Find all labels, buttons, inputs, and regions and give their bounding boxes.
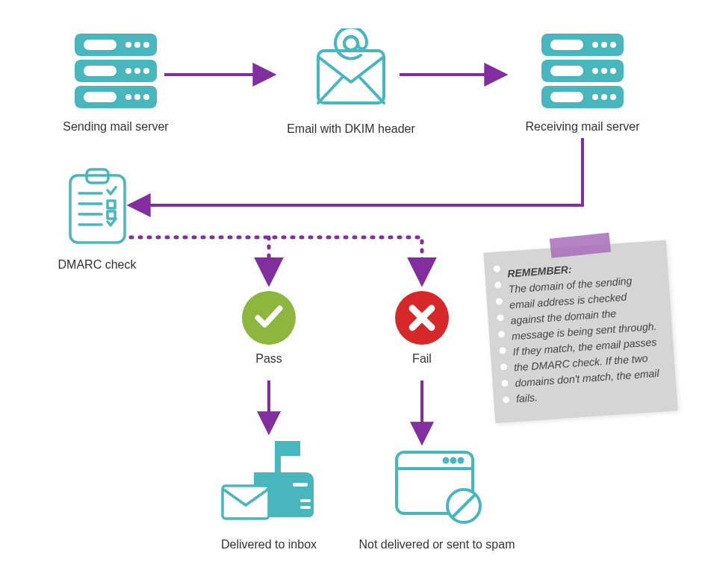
browser-blocked-icon: [392, 448, 482, 526]
receiving-server-label: Receiving mail server: [508, 120, 657, 134]
svg-point-44: [452, 459, 456, 463]
svg-rect-22: [550, 92, 583, 102]
svg-point-8: [143, 42, 149, 48]
delivered-label: Delivered to inbox: [194, 538, 344, 551]
svg-rect-41: [223, 486, 269, 519]
tape-decoration: [550, 233, 611, 258]
x-circle-icon: [395, 291, 449, 345]
server-icon: [75, 34, 157, 108]
svg-point-26: [592, 68, 598, 74]
svg-rect-37: [281, 441, 300, 456]
svg-point-28: [610, 68, 616, 74]
svg-point-7: [134, 42, 140, 48]
svg-point-13: [134, 94, 140, 100]
dmarc-check-label: DMARC check: [45, 258, 149, 272]
sticky-note-body: The domain of the sending email address …: [508, 275, 659, 404]
dmarc-check-node: DMARC check: [45, 168, 149, 272]
svg-point-27: [601, 68, 607, 74]
svg-rect-21: [550, 66, 583, 76]
svg-rect-39: [300, 499, 311, 502]
reminder-sticky-note: REMEMBER: The domain of the sending emai…: [483, 240, 677, 424]
not-delivered-label: Not delivered or sent to spam: [351, 538, 523, 551]
email-dkim-node: Email with DKIM header: [276, 28, 426, 136]
svg-point-24: [601, 42, 607, 48]
check-circle-icon: [242, 291, 296, 345]
envelope-at-icon: [314, 28, 388, 110]
fail-label: Fail: [381, 352, 463, 366]
server-icon: [541, 34, 624, 108]
svg-point-10: [134, 68, 140, 74]
svg-point-6: [125, 42, 131, 48]
svg-point-30: [601, 94, 607, 100]
sticky-note-heading: REMEMBER:: [507, 263, 572, 280]
svg-rect-38: [293, 483, 308, 487]
svg-point-45: [459, 459, 463, 463]
svg-rect-4: [84, 66, 117, 76]
svg-rect-40: [300, 506, 311, 509]
svg-rect-36: [275, 441, 281, 475]
svg-rect-3: [84, 40, 117, 50]
pass-label: Pass: [228, 352, 310, 366]
svg-point-31: [610, 94, 616, 100]
svg-rect-32: [70, 175, 125, 243]
svg-point-11: [143, 68, 149, 74]
svg-point-25: [610, 42, 616, 48]
mailbox-icon: [217, 437, 321, 526]
not-delivered-node: Not delivered or sent to spam: [351, 448, 523, 551]
svg-point-9: [125, 68, 131, 74]
fail-node: Fail: [381, 291, 463, 366]
svg-rect-5: [84, 92, 117, 102]
clipboard-checklist-icon: [66, 168, 129, 246]
delivered-node: Delivered to inbox: [194, 437, 344, 551]
sending-server-label: Sending mail server: [41, 120, 190, 134]
svg-rect-20: [550, 40, 583, 50]
email-dkim-label: Email with DKIM header: [276, 122, 426, 136]
sending-server-node: Sending mail server: [41, 34, 190, 134]
svg-point-23: [592, 42, 598, 48]
svg-point-12: [125, 94, 131, 100]
svg-rect-34: [108, 201, 115, 208]
pass-node: Pass: [228, 291, 310, 366]
svg-point-43: [444, 459, 448, 463]
receiving-server-node: Receiving mail server: [508, 34, 657, 134]
svg-point-14: [143, 94, 149, 100]
svg-rect-35: [108, 211, 115, 219]
svg-point-29: [592, 94, 598, 100]
